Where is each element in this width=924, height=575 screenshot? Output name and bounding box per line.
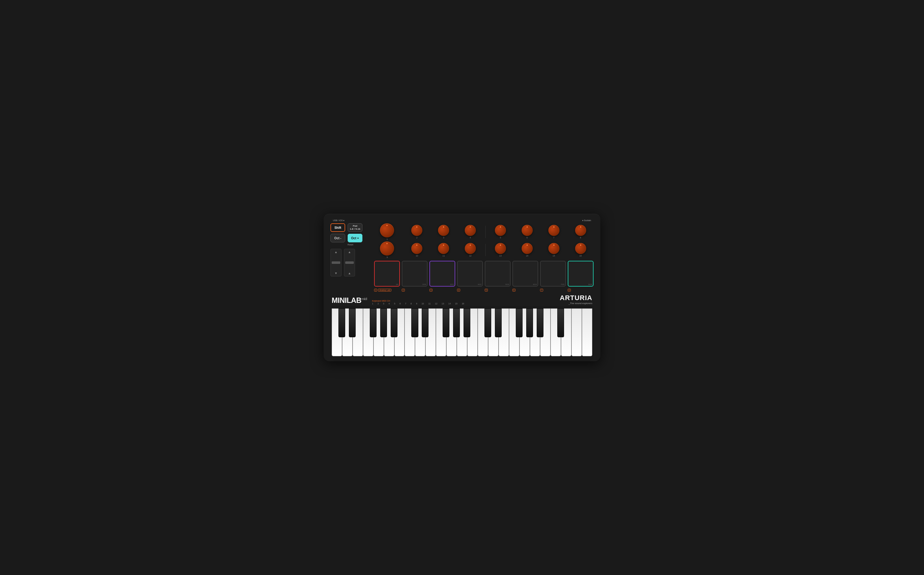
midi-ch-14: 14 <box>448 303 451 305</box>
black-key-13[interactable] <box>526 308 533 337</box>
black-key-3[interactable] <box>380 308 387 337</box>
knob-8[interactable] <box>575 225 586 236</box>
black-key-14[interactable] <box>537 308 543 337</box>
black-key-7[interactable] <box>443 308 449 337</box>
prog-num-5: 5 <box>485 289 488 291</box>
slider-up-arrow: ▲ <box>335 250 338 254</box>
black-key-6[interactable] <box>422 308 429 337</box>
knob-7[interactable] <box>548 225 559 236</box>
left-panel: Shift Pad1-8 / 9-16 Oct - Oct + Reset ▲ … <box>330 223 370 291</box>
arturia-brand: ARTURIA _The sound explorers <box>560 294 592 305</box>
pad-num-5: 5/13 <box>505 284 509 285</box>
midi-ch-1: 1 <box>372 303 373 305</box>
pitch-slider[interactable]: ▲ ▼ <box>330 249 341 276</box>
piano-keys <box>332 308 592 356</box>
brand-minilab: MINILABmkII <box>332 296 367 305</box>
midi-ch-label: Keyboard MIDI CH <box>372 300 555 302</box>
knob-item-10: 10 <box>404 243 430 257</box>
knob-item-7: 7 <box>541 225 567 239</box>
knob-5[interactable] <box>495 225 506 236</box>
knob-16[interactable] <box>575 243 586 254</box>
prog-item-7: 7 <box>540 289 566 291</box>
knob-label-15: 15 <box>553 255 555 257</box>
slider-handle <box>332 261 340 264</box>
mod-slider-down-arrow: ▲ <box>348 272 351 275</box>
pad-2[interactable]: 2/10 <box>402 261 428 287</box>
arturia-name: ARTURIA <box>560 294 592 302</box>
black-key-0[interactable] <box>338 308 345 337</box>
knob-10[interactable] <box>411 243 422 254</box>
mod-slider[interactable]: ▲ ▲ <box>344 249 355 276</box>
minilab-mkii-controller: USB / iOS ♦ ♦ Sustain Shift Pad1-8 / 9-1… <box>324 214 600 361</box>
pad-5[interactable]: 5/13 <box>485 261 511 287</box>
knob-item-8: 8 <box>567 225 594 239</box>
pad-7[interactable]: 7/15 <box>540 261 566 287</box>
black-key-2[interactable] <box>370 308 376 337</box>
midi-ch-9: 9 <box>416 303 417 305</box>
prog-num-6: 6 <box>512 289 516 291</box>
knob-item-5: 5 <box>487 225 514 239</box>
knob-item-2: 2 <box>404 225 430 239</box>
knob-3[interactable] <box>438 225 449 236</box>
midi-label-section: Keyboard MIDI CH 1 2 3 4 5 6 7 8 9 10 11… <box>372 300 555 305</box>
knob-4[interactable] <box>465 225 476 236</box>
black-key-10[interactable] <box>484 308 491 337</box>
piano-section <box>330 306 594 361</box>
black-key-12[interactable] <box>516 308 523 337</box>
midi-ch-3: 3 <box>383 303 384 305</box>
midi-ch-2: 2 <box>378 303 379 305</box>
black-key-1[interactable] <box>349 308 356 337</box>
pad-num-6: 6/14 <box>533 284 537 285</box>
knob-14[interactable] <box>522 243 533 254</box>
midi-ch-12: 12 <box>435 303 437 305</box>
knob-11[interactable] <box>438 243 449 254</box>
pad-4[interactable]: 4/12 <box>457 261 483 287</box>
knob-12[interactable] <box>465 243 476 254</box>
pad-button[interactable]: Pad1-8 / 9-16 <box>348 223 362 232</box>
midi-ch-16: 16 <box>462 303 464 305</box>
midi-ch-13: 13 <box>442 303 444 305</box>
pad-num-8: 8/16 <box>588 284 592 285</box>
top-buttons-row: Shift Pad1-8 / 9-16 <box>330 223 370 232</box>
white-key-23[interactable] <box>572 308 582 356</box>
mod-slider-handle <box>345 261 354 264</box>
prog-num-2: 2 <box>402 289 405 291</box>
pad-8[interactable]: 8/16 <box>568 261 594 287</box>
knob-item-14: 14 <box>514 243 540 257</box>
black-key-4[interactable] <box>391 308 397 337</box>
knob-item-3: 3 <box>431 225 457 239</box>
black-key-9[interactable] <box>464 308 470 337</box>
pad-num-4: 4/12 <box>478 284 481 285</box>
black-key-15[interactable] <box>557 308 564 337</box>
knob-label-9: 9 <box>386 256 388 258</box>
black-key-11[interactable] <box>495 308 502 337</box>
pad-1[interactable]: 1/9 <box>374 261 400 287</box>
pad-num-2: 2/10 <box>422 284 426 285</box>
sustain-label: ♦ Sustain <box>582 219 591 221</box>
white-key-24[interactable] <box>582 308 592 356</box>
knob-label-3: 3 <box>443 237 444 239</box>
pad-6[interactable]: 6/14 <box>512 261 538 287</box>
pad-num-7: 7/15 <box>561 284 564 285</box>
knob-label-11: 11 <box>442 255 445 257</box>
oct-plus-button[interactable]: Oct + <box>348 234 362 242</box>
pad-3[interactable]: 3/11 <box>429 261 455 287</box>
knob-label-14: 14 <box>526 255 528 257</box>
encoder-knob-9: 9 <box>374 241 400 258</box>
shift-button[interactable]: Shift <box>330 223 345 232</box>
knobs-row-1: 1 2 3 4 <box>374 223 594 240</box>
knob-13[interactable] <box>495 243 506 254</box>
knob-2[interactable] <box>411 225 422 236</box>
midi-ch-4: 4 <box>389 303 390 305</box>
mod-slider-up-arrow: ▲ <box>348 250 351 254</box>
divider-2 <box>485 244 486 256</box>
knob-15[interactable] <box>548 243 559 254</box>
oct-minus-button[interactable]: Oct - <box>330 234 345 242</box>
knob-encoder-9[interactable] <box>380 241 394 256</box>
black-key-5[interactable] <box>411 308 418 337</box>
divider-1 <box>485 226 486 238</box>
knob-encoder-1[interactable] <box>380 223 394 237</box>
knob-6[interactable] <box>522 225 533 236</box>
knob-item-4: 4 <box>457 225 484 239</box>
black-key-8[interactable] <box>453 308 460 337</box>
